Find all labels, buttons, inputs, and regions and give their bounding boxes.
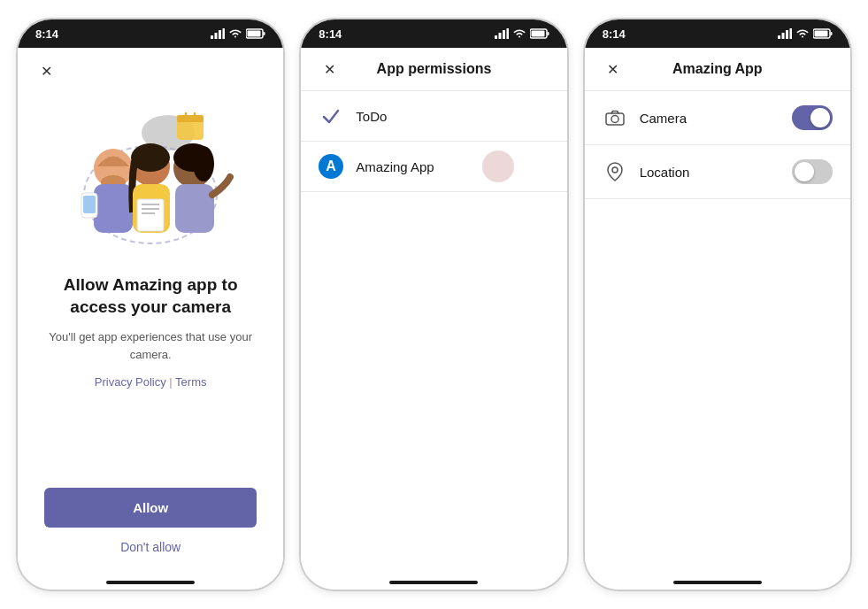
permission-item-camera: Camera: [585, 91, 850, 145]
checkmark-icon: [321, 106, 341, 126]
home-bar-1: [106, 581, 195, 584]
permission-item-location: Location: [585, 145, 850, 199]
camera-toggle[interactable]: [792, 105, 833, 130]
svg-point-28: [193, 146, 214, 181]
phone3-title: Amazing App: [672, 61, 763, 77]
svg-rect-35: [531, 31, 544, 37]
people-illustration: [62, 97, 239, 257]
app-list: ToDo A Amazing App: [301, 91, 566, 572]
wifi-icon-3: [795, 28, 810, 39]
svg-rect-3: [223, 28, 226, 39]
status-time-2: 8:14: [319, 27, 342, 41]
camera-perm-name: Camera: [640, 111, 792, 126]
close-button-2[interactable]: ✕: [319, 58, 340, 80]
app-container: 8:14: [0, 0, 868, 609]
battery-icon-3: [813, 28, 833, 39]
location-perm-name: Location: [640, 165, 792, 180]
svg-point-48: [612, 167, 618, 173]
camera-icon: [603, 105, 627, 130]
home-indicator-2: [301, 572, 566, 590]
svg-rect-32: [503, 30, 505, 39]
screen-1: ✕: [18, 48, 283, 590]
svg-rect-16: [94, 184, 133, 233]
privacy-links: Privacy Policy | Terms: [95, 375, 207, 389]
wifi-icon-2: [512, 28, 526, 39]
svg-rect-1: [215, 33, 218, 39]
svg-rect-45: [830, 32, 832, 35]
phone3-header: ✕ Amazing App: [585, 48, 850, 91]
dont-allow-button[interactable]: Don't allow: [120, 540, 181, 554]
terms-link[interactable]: Terms: [175, 375, 206, 389]
location-svg: [607, 162, 623, 181]
home-indicator-1: [18, 572, 283, 590]
allow-button[interactable]: Allow: [44, 488, 257, 528]
svg-text:A: A: [326, 158, 337, 173]
status-time-1: 8:14: [35, 27, 58, 41]
svg-rect-29: [175, 184, 214, 233]
location-toggle[interactable]: [792, 159, 833, 184]
privacy-policy-link[interactable]: Privacy Policy: [95, 375, 166, 389]
permission-desc: You'll get app experiences that use your…: [44, 328, 257, 363]
signal-icon-3: [778, 28, 792, 39]
signal-icon-2: [495, 28, 509, 39]
home-indicator-3: [585, 572, 850, 590]
svg-rect-10: [177, 115, 204, 122]
location-icon: [603, 159, 627, 184]
illustration: [62, 97, 239, 257]
svg-rect-42: [789, 28, 792, 39]
status-bar-2: 8:14: [301, 19, 566, 48]
separator: |: [166, 375, 175, 389]
status-bar-3: 8:14: [585, 19, 850, 48]
svg-rect-18: [83, 196, 96, 213]
svg-rect-44: [814, 31, 827, 37]
svg-rect-0: [211, 35, 213, 39]
camera-toggle-thumb: [810, 108, 830, 127]
status-time-3: 8:14: [603, 27, 626, 41]
todo-check-icon: [319, 104, 343, 128]
app-item-amazing[interactable]: A Amazing App: [301, 142, 566, 192]
svg-rect-30: [495, 35, 497, 39]
permission-title: Allow Amazing app to access your camera: [44, 274, 257, 318]
phone2-header: ✕ App permissions: [301, 48, 566, 91]
svg-rect-39: [778, 35, 780, 39]
home-bar-2: [389, 581, 478, 584]
ripple-effect: [482, 150, 514, 182]
screen-3: ✕ Amazing App Camera: [585, 48, 850, 590]
status-icons-2: [495, 28, 549, 39]
battery-icon-2: [530, 28, 549, 39]
todo-app-name: ToDo: [356, 109, 387, 124]
app-item-todo[interactable]: ToDo: [301, 91, 566, 142]
svg-rect-41: [786, 30, 788, 39]
svg-rect-6: [264, 32, 265, 35]
phone-2: 8:14: [299, 18, 568, 591]
svg-point-47: [611, 116, 618, 123]
status-icons-1: [211, 28, 265, 39]
phone-3: 8:14: [583, 18, 852, 591]
amazing-app-name: Amazing App: [356, 159, 434, 174]
svg-rect-33: [506, 28, 509, 39]
camera-svg: [605, 110, 625, 126]
screen-2: ✕ App permissions ToDo: [301, 48, 566, 590]
svg-rect-5: [248, 31, 261, 37]
wifi-icon-1: [228, 28, 242, 39]
phone1-content: Allow Amazing app to access your camera …: [18, 89, 283, 572]
location-toggle-thumb: [795, 162, 814, 181]
battery-icon-1: [246, 28, 265, 39]
close-button-1[interactable]: ✕: [35, 60, 57, 81]
permission-list: Camera Location: [585, 91, 850, 572]
signal-icon-1: [211, 28, 225, 39]
home-bar-3: [673, 581, 762, 584]
svg-rect-36: [547, 32, 549, 35]
svg-rect-2: [219, 30, 221, 39]
svg-point-20: [131, 143, 170, 172]
phone2-title: App permissions: [377, 61, 492, 77]
amazing-app-logo: A: [319, 154, 343, 179]
status-icons-3: [778, 28, 833, 39]
phone-1: 8:14: [16, 18, 285, 591]
close-button-3[interactable]: ✕: [603, 58, 624, 80]
svg-rect-31: [498, 33, 501, 39]
phone1-header: ✕: [18, 48, 283, 89]
amazing-app-icon: A: [319, 154, 343, 179]
svg-rect-40: [781, 33, 784, 39]
status-bar-1: 8:14: [18, 19, 283, 48]
